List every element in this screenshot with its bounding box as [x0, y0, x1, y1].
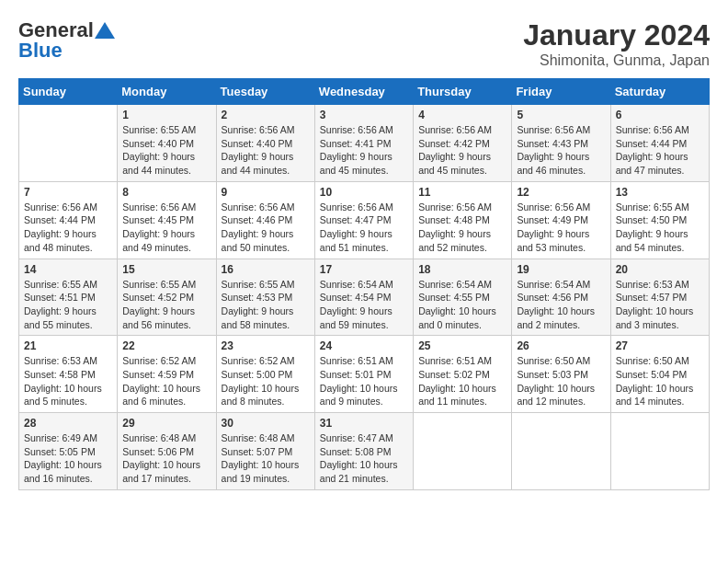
- calendar-cell: 21Sunrise: 6:53 AM Sunset: 4:58 PM Dayli…: [19, 336, 118, 413]
- day-number: 18: [418, 263, 506, 276]
- header-sunday: Sunday: [19, 79, 118, 105]
- day-info: Sunrise: 6:54 AM Sunset: 4:56 PM Dayligh…: [517, 278, 605, 332]
- day-number: 10: [320, 186, 408, 199]
- day-info: Sunrise: 6:56 AM Sunset: 4:49 PM Dayligh…: [517, 201, 605, 255]
- calendar-cell: 22Sunrise: 6:52 AM Sunset: 4:59 PM Dayli…: [118, 336, 216, 413]
- calendar-cell: 1Sunrise: 6:55 AM Sunset: 4:40 PM Daylig…: [118, 105, 216, 182]
- day-info: Sunrise: 6:55 AM Sunset: 4:53 PM Dayligh…: [222, 278, 310, 332]
- week-row-5: 28Sunrise: 6:49 AM Sunset: 5:05 PM Dayli…: [19, 413, 710, 490]
- logo-bird-icon: [95, 22, 115, 39]
- calendar-cell: 31Sunrise: 6:47 AM Sunset: 5:08 PM Dayli…: [314, 413, 413, 490]
- day-number: 3: [320, 109, 408, 121]
- header-tuesday: Tuesday: [216, 79, 314, 105]
- day-info: Sunrise: 6:48 AM Sunset: 5:06 PM Dayligh…: [122, 431, 210, 486]
- calendar-cell: 28Sunrise: 6:49 AM Sunset: 5:05 PM Dayli…: [19, 413, 118, 490]
- day-number: 12: [517, 186, 605, 199]
- day-info: Sunrise: 6:51 AM Sunset: 5:01 PM Dayligh…: [320, 354, 408, 408]
- calendar-cell: [414, 413, 512, 490]
- week-row-1: 1Sunrise: 6:55 AM Sunset: 4:40 PM Daylig…: [19, 105, 710, 182]
- day-info: Sunrise: 6:54 AM Sunset: 4:55 PM Dayligh…: [418, 278, 506, 332]
- day-number: 16: [222, 263, 310, 276]
- day-info: Sunrise: 6:56 AM Sunset: 4:44 PM Dayligh…: [24, 201, 112, 255]
- calendar-cell: 19Sunrise: 6:54 AM Sunset: 4:56 PM Dayli…: [512, 259, 610, 336]
- day-info: Sunrise: 6:56 AM Sunset: 4:40 PM Dayligh…: [222, 123, 310, 178]
- logo-blue: Blue: [18, 39, 63, 63]
- day-number: 30: [222, 417, 310, 430]
- day-info: Sunrise: 6:56 AM Sunset: 4:42 PM Dayligh…: [418, 123, 506, 178]
- day-info: Sunrise: 6:50 AM Sunset: 5:04 PM Dayligh…: [616, 354, 704, 408]
- day-number: 2: [222, 109, 310, 121]
- week-row-3: 14Sunrise: 6:55 AM Sunset: 4:51 PM Dayli…: [19, 259, 710, 336]
- calendar-cell: [610, 413, 709, 490]
- day-info: Sunrise: 6:52 AM Sunset: 4:59 PM Dayligh…: [122, 354, 210, 408]
- day-number: 9: [222, 186, 310, 199]
- calendar-cell: [512, 413, 610, 490]
- day-number: 21: [24, 339, 112, 352]
- day-info: Sunrise: 6:51 AM Sunset: 5:02 PM Dayligh…: [418, 354, 506, 408]
- month-title: January 2024: [523, 18, 710, 52]
- day-info: Sunrise: 6:55 AM Sunset: 4:50 PM Dayligh…: [616, 201, 704, 255]
- calendar-cell: 29Sunrise: 6:48 AM Sunset: 5:06 PM Dayli…: [118, 413, 216, 490]
- day-info: Sunrise: 6:55 AM Sunset: 4:40 PM Dayligh…: [122, 123, 210, 178]
- day-number: 31: [320, 417, 408, 430]
- day-info: Sunrise: 6:56 AM Sunset: 4:46 PM Dayligh…: [222, 201, 310, 255]
- location-subtitle: Shimonita, Gunma, Japan: [523, 52, 710, 69]
- header-thursday: Thursday: [414, 79, 512, 105]
- week-row-4: 21Sunrise: 6:53 AM Sunset: 4:58 PM Dayli…: [19, 336, 710, 413]
- calendar-cell: 5Sunrise: 6:56 AM Sunset: 4:43 PM Daylig…: [512, 105, 610, 182]
- day-number: 1: [122, 109, 210, 121]
- header-monday: Monday: [118, 79, 216, 105]
- header-wednesday: Wednesday: [314, 79, 413, 105]
- calendar-cell: 14Sunrise: 6:55 AM Sunset: 4:51 PM Dayli…: [19, 259, 118, 336]
- day-info: Sunrise: 6:55 AM Sunset: 4:52 PM Dayligh…: [122, 278, 210, 332]
- day-number: 28: [24, 417, 112, 430]
- calendar-cell: 16Sunrise: 6:55 AM Sunset: 4:53 PM Dayli…: [216, 259, 314, 336]
- calendar-cell: 13Sunrise: 6:55 AM Sunset: 4:50 PM Dayli…: [610, 181, 709, 259]
- calendar-cell: 7Sunrise: 6:56 AM Sunset: 4:44 PM Daylig…: [19, 181, 118, 259]
- day-info: Sunrise: 6:56 AM Sunset: 4:41 PM Dayligh…: [320, 123, 408, 178]
- day-info: Sunrise: 6:53 AM Sunset: 4:58 PM Dayligh…: [24, 354, 112, 408]
- calendar-cell: 23Sunrise: 6:52 AM Sunset: 5:00 PM Dayli…: [216, 336, 314, 413]
- day-number: 24: [320, 339, 408, 352]
- day-number: 26: [517, 339, 605, 352]
- day-info: Sunrise: 6:48 AM Sunset: 5:07 PM Dayligh…: [222, 431, 310, 486]
- calendar-cell: 2Sunrise: 6:56 AM Sunset: 4:40 PM Daylig…: [216, 105, 314, 182]
- day-number: 6: [616, 109, 704, 121]
- calendar-cell: 6Sunrise: 6:56 AM Sunset: 4:44 PM Daylig…: [610, 105, 709, 182]
- calendar-cell: 30Sunrise: 6:48 AM Sunset: 5:07 PM Dayli…: [216, 413, 314, 490]
- day-number: 8: [122, 186, 210, 199]
- day-number: 4: [418, 109, 506, 121]
- day-number: 22: [122, 339, 210, 352]
- day-info: Sunrise: 6:56 AM Sunset: 4:43 PM Dayligh…: [517, 123, 605, 178]
- day-number: 25: [418, 339, 506, 352]
- day-number: 20: [616, 263, 704, 276]
- calendar-cell: 3Sunrise: 6:56 AM Sunset: 4:41 PM Daylig…: [314, 105, 413, 182]
- day-info: Sunrise: 6:55 AM Sunset: 4:51 PM Dayligh…: [24, 278, 112, 332]
- day-info: Sunrise: 6:50 AM Sunset: 5:03 PM Dayligh…: [517, 354, 605, 408]
- header-saturday: Saturday: [610, 79, 709, 105]
- day-info: Sunrise: 6:47 AM Sunset: 5:08 PM Dayligh…: [320, 431, 408, 486]
- day-info: Sunrise: 6:56 AM Sunset: 4:45 PM Dayligh…: [122, 201, 210, 255]
- week-row-2: 7Sunrise: 6:56 AM Sunset: 4:44 PM Daylig…: [19, 181, 710, 259]
- calendar-cell: 18Sunrise: 6:54 AM Sunset: 4:55 PM Dayli…: [414, 259, 512, 336]
- day-info: Sunrise: 6:56 AM Sunset: 4:44 PM Dayligh…: [616, 123, 704, 178]
- day-info: Sunrise: 6:49 AM Sunset: 5:05 PM Dayligh…: [24, 431, 112, 486]
- title-block: January 2024 Shimonita, Gunma, Japan: [523, 18, 710, 69]
- day-number: 7: [24, 186, 112, 199]
- calendar-cell: 15Sunrise: 6:55 AM Sunset: 4:52 PM Dayli…: [118, 259, 216, 336]
- day-number: 14: [24, 263, 112, 276]
- day-info: Sunrise: 6:56 AM Sunset: 4:48 PM Dayligh…: [418, 201, 506, 255]
- svg-marker-0: [95, 22, 115, 39]
- calendar-cell: 24Sunrise: 6:51 AM Sunset: 5:01 PM Dayli…: [314, 336, 413, 413]
- day-info: Sunrise: 6:54 AM Sunset: 4:54 PM Dayligh…: [320, 278, 408, 332]
- day-number: 15: [122, 263, 210, 276]
- calendar-cell: 17Sunrise: 6:54 AM Sunset: 4:54 PM Dayli…: [314, 259, 413, 336]
- day-info: Sunrise: 6:52 AM Sunset: 5:00 PM Dayligh…: [222, 354, 310, 408]
- calendar-cell: 26Sunrise: 6:50 AM Sunset: 5:03 PM Dayli…: [512, 336, 610, 413]
- day-number: 17: [320, 263, 408, 276]
- calendar-cell: 9Sunrise: 6:56 AM Sunset: 4:46 PM Daylig…: [216, 181, 314, 259]
- day-number: 29: [122, 417, 210, 430]
- day-number: 5: [517, 109, 605, 121]
- day-info: Sunrise: 6:53 AM Sunset: 4:57 PM Dayligh…: [616, 278, 704, 332]
- calendar-header-row: SundayMondayTuesdayWednesdayThursdayFrid…: [19, 79, 710, 105]
